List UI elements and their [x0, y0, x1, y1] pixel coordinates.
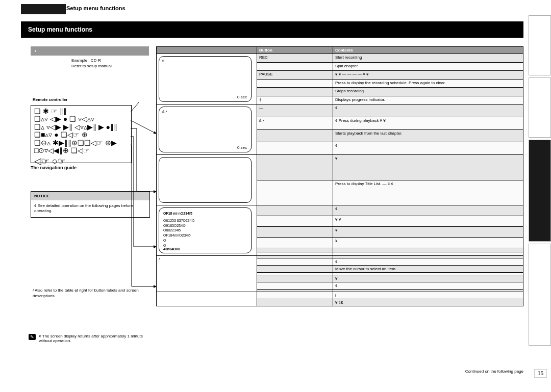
cell-contents: ¥: [333, 238, 523, 248]
cell-contents: Displays progress indicator.: [333, 96, 523, 104]
cell-contents: ¥ ¥ — — — — ¤ ¥: [333, 71, 523, 80]
notice-heading: NOTICE: [31, 192, 149, 200]
preview-list-item: O61253 837O234i5: [163, 218, 194, 223]
notice-box: NOTICE ¢ See detailed operation on the f…: [31, 191, 150, 218]
tip: ✎ ¢ The screen display returns after app…: [29, 334, 146, 343]
cell-contents: ¥ ¥: [333, 216, 523, 227]
header-title: Setup menu functions: [66, 5, 126, 11]
cell-contents: ¥: [333, 227, 523, 238]
cell-contents: ¥ ¢£: [333, 299, 523, 306]
settings-grid: ButtonContentsfi0 secRECStart recordingS…: [156, 46, 523, 306]
cell-contents: Press to display Title List. — ¢ ¢: [333, 180, 523, 205]
cell-button: [257, 88, 333, 96]
cell-button: [257, 248, 333, 252]
screen-cell: OF10 mi nO234i5O61253 837O234i5O9183O234…: [157, 205, 257, 256]
remote-row-2: ❏▵▿ ◁▶ ● ❏ ▿◁▵▿: [34, 115, 131, 123]
cell-button: [257, 216, 333, 227]
cell-contents: Move the cursor to select an item.: [333, 266, 523, 273]
cell-contents: ¢: [333, 205, 523, 216]
cell-contents: ¢: [333, 258, 523, 266]
preview-list-item: OF184mnO234i5: [163, 233, 194, 238]
cell-button: [257, 129, 333, 142]
cell-button: [257, 180, 333, 205]
sidebar-intro-2: Refer to setup manual: [71, 63, 149, 69]
cell-button: REC: [257, 54, 333, 63]
cell-contents: i: [333, 292, 523, 299]
cell-contents: [333, 248, 523, 252]
remote-row-6: □⊙▿◁◀∥⊕ ❏◁☞: [34, 147, 131, 154]
guide-note: / Also refer to the table at right for b…: [33, 288, 150, 299]
screen-preview: fi0 sec: [159, 56, 252, 102]
tip-text: ¢ The screen display returns after appro…: [37, 334, 146, 343]
cell-contents: [333, 252, 523, 256]
cell-contents: Start recording: [333, 54, 523, 63]
cell-contents: Stops recording.: [333, 88, 523, 96]
header-tab: [21, 4, 66, 14]
notice-body: ¢ See detailed operation on the followin…: [31, 200, 149, 217]
col-screen: [157, 47, 257, 54]
cell-button: [257, 155, 333, 180]
sidebar-heading: ›: [31, 46, 149, 56]
settings-table: ButtonContentsfi0 secRECStart recordingS…: [156, 46, 523, 306]
screen-cell: fi0 sec: [157, 54, 257, 104]
side-tab-4[interactable]: [529, 244, 551, 346]
cell-button: [257, 238, 333, 248]
page-number: 15: [534, 369, 547, 378]
cell-button: [257, 299, 333, 306]
remote-row-4: ❏■▵▿ ● ❏◁☞ ⊕: [34, 131, 131, 139]
screen-preview: £ ›0 sec: [159, 107, 252, 152]
cell-button: [257, 292, 333, 299]
nav-guide-title: The navigation guide: [31, 165, 77, 170]
cell-contents: ¢: [333, 142, 523, 155]
cell-button: [257, 62, 333, 71]
tip-icon: ✎: [29, 334, 36, 340]
cell-button: [257, 252, 333, 256]
preview-list-item: O: [163, 238, 194, 243]
side-tab-1[interactable]: [529, 15, 551, 75]
sidebar-heading-marker: ›: [35, 48, 36, 54]
screen-preview: [159, 157, 252, 203]
preview-corner: £ ›: [162, 109, 167, 114]
screen-cell: £ ›0 sec: [157, 104, 257, 155]
cell-contents: Starts playback from the last chapter.: [333, 129, 523, 142]
col-contents: Contents: [333, 47, 523, 54]
remote-row-5: ❏⊖▵ ✱▶∥∥⊕❏❏◁☞ ⊕▶: [34, 139, 131, 147]
cell-button: [257, 142, 333, 155]
remote-box-label: Remote controller: [33, 97, 149, 102]
cell-button: [257, 227, 333, 238]
side-tab-2[interactable]: [529, 77, 551, 138]
cell-button: †: [257, 96, 333, 104]
table-row: OF10 mi nO234i5O61253 837O234i5O9183O234…: [157, 205, 523, 216]
footnote-continued: Continued on the following page: [465, 369, 523, 374]
table-row: fi0 secRECStart recording: [157, 54, 523, 63]
screen-cell: [157, 292, 257, 306]
cell-contents: ¥: [333, 275, 523, 282]
header-bar-text: Setup menu functions: [21, 21, 523, 33]
cell-contents: ¢ Press during playback ¥ ¥: [333, 117, 523, 129]
cell-button: [257, 79, 333, 88]
remote-graphic: ❏ ✱ ☞ ∥∥ ❏▵▿ ◁▶ ● ❏ ▿◁▵▿ ❏▵ ▿◁▶ ▶∥ ◁▿▵▶∥…: [31, 105, 132, 163]
cell-button: PAUSE: [257, 71, 333, 80]
preview-list-item: O9183O234i5: [163, 223, 194, 228]
preview-right: 0 sec: [237, 145, 247, 150]
sidebar-intro-1: Example : CD-R: [71, 58, 149, 63]
cell-button: [257, 266, 333, 273]
sidebar: › Example : CD-R Refer to setup manual R…: [31, 46, 149, 103]
cell-button: [257, 258, 333, 266]
cell-button: [257, 275, 333, 282]
cell-contents: ¥: [333, 155, 523, 180]
cell-contents: Press to display the recording schedule.…: [333, 79, 523, 88]
side-tab-3[interactable]: [529, 140, 551, 242]
preview-list-item: O882234i5: [163, 228, 194, 233]
col-button: Button: [257, 47, 333, 54]
cell-contents: ¢: [333, 104, 523, 117]
table-row: £ ›0 sec—¢: [157, 104, 523, 117]
cell-contents: ¢: [333, 282, 523, 290]
cell-button: —: [257, 104, 333, 117]
cell-button: [257, 282, 333, 290]
preview-list-title: OF10 mi nO234i5: [163, 211, 194, 216]
page-root: Setup menu functions Setup menu function…: [0, 0, 551, 392]
table-row: ¥: [157, 155, 523, 180]
screen-cell: /: [157, 256, 257, 292]
remote-row-1: ❏ ✱ ☞ ∥∥: [34, 108, 131, 115]
